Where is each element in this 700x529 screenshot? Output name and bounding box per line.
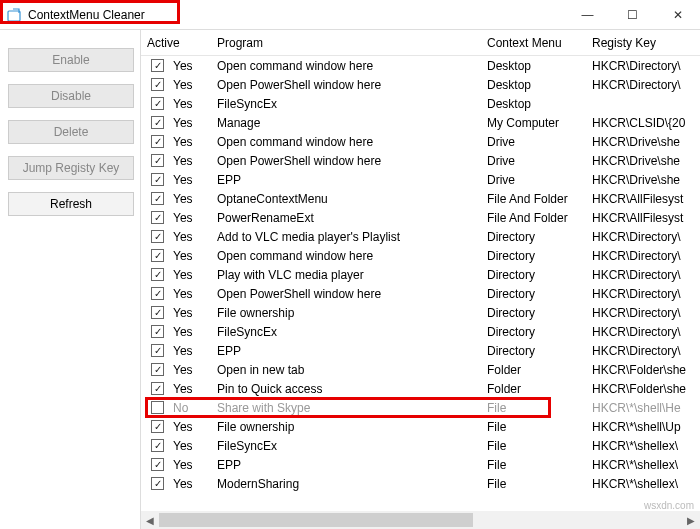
table-row[interactable]: YesOpen command window hereDirectoryHKCR… (141, 246, 700, 265)
active-value: Yes (173, 59, 193, 73)
row-checkbox[interactable] (151, 268, 164, 281)
active-value: Yes (173, 78, 193, 92)
cell-context: File (481, 458, 586, 472)
table-row[interactable]: YesManageMy ComputerHKCR\CLSID\{20 (141, 113, 700, 132)
row-checkbox[interactable] (151, 59, 164, 72)
window-controls: — ☐ ✕ (565, 0, 700, 30)
active-value: Yes (173, 97, 193, 111)
row-checkbox[interactable] (151, 192, 164, 205)
cell-context: My Computer (481, 116, 586, 130)
column-header-program[interactable]: Program (211, 36, 481, 50)
row-checkbox[interactable] (151, 211, 164, 224)
table-row[interactable]: YesAdd to VLC media player's PlaylistDir… (141, 227, 700, 246)
row-checkbox[interactable] (151, 78, 164, 91)
cell-program: Open command window here (211, 59, 481, 73)
table-row[interactable]: YesOpen command window hereDriveHKCR\Dri… (141, 132, 700, 151)
table-row[interactable]: Yes FileSyncExFileHKCR\*\shellex\ (141, 436, 700, 455)
table-row[interactable]: YesEPPFileHKCR\*\shellex\ (141, 455, 700, 474)
row-checkbox[interactable] (151, 97, 164, 110)
row-checkbox[interactable] (151, 382, 164, 395)
active-value: Yes (173, 211, 193, 225)
cell-program: EPP (211, 173, 481, 187)
close-button[interactable]: ✕ (655, 0, 700, 30)
cell-registry: HKCR\Folder\she (586, 363, 686, 377)
scroll-left-icon[interactable]: ◀ (141, 511, 159, 529)
maximize-button[interactable]: ☐ (610, 0, 655, 30)
row-checkbox[interactable] (151, 401, 164, 414)
refresh-button[interactable]: Refresh (8, 192, 134, 216)
row-checkbox[interactable] (151, 439, 164, 452)
cell-context: Drive (481, 135, 586, 149)
table-row[interactable]: YesOpen PowerShell window hereDesktopHKC… (141, 75, 700, 94)
cell-registry: HKCR\*\shellex\ (586, 439, 686, 453)
delete-button[interactable]: Delete (8, 120, 134, 144)
column-header-context[interactable]: Context Menu (481, 36, 586, 50)
row-checkbox[interactable] (151, 344, 164, 357)
cell-context: File (481, 401, 586, 415)
titlebar: ContextMenu Cleaner — ☐ ✕ (0, 0, 700, 30)
minimize-button[interactable]: — (565, 0, 610, 30)
row-checkbox[interactable] (151, 420, 164, 433)
scroll-thumb[interactable] (159, 513, 473, 527)
row-checkbox[interactable] (151, 287, 164, 300)
active-value: Yes (173, 135, 193, 149)
cell-context: Folder (481, 382, 586, 396)
table-row[interactable]: YesFile ownershipDirectoryHKCR\Directory… (141, 303, 700, 322)
row-checkbox[interactable] (151, 363, 164, 376)
table-row[interactable]: NoShare with SkypeFileHKCR\*\shell\He (141, 398, 700, 417)
cell-context: Drive (481, 154, 586, 168)
active-value: Yes (173, 173, 193, 187)
horizontal-scrollbar[interactable]: ◀ ▶ (141, 511, 700, 529)
watermark: wsxdn.com (644, 500, 694, 511)
table-row[interactable]: YesModernSharingFileHKCR\*\shellex\ (141, 474, 700, 493)
row-checkbox[interactable] (151, 306, 164, 319)
table-row[interactable]: YesOpen command window hereDesktopHKCR\D… (141, 56, 700, 75)
row-checkbox[interactable] (151, 116, 164, 129)
table-row[interactable]: YesEPPDriveHKCR\Drive\she (141, 170, 700, 189)
cell-active: Yes (141, 363, 211, 377)
table-row[interactable]: YesOpen PowerShell window hereDriveHKCR\… (141, 151, 700, 170)
cell-active: Yes (141, 211, 211, 225)
table-row[interactable]: YesPin to Quick accessFolderHKCR\Folder\… (141, 379, 700, 398)
jump-registry-key-button[interactable]: Jump Registy Key (8, 156, 134, 180)
cell-program: Open PowerShell window here (211, 78, 481, 92)
row-checkbox[interactable] (151, 458, 164, 471)
table-row[interactable]: YesPowerRenameExtFile And FolderHKCR\All… (141, 208, 700, 227)
row-checkbox[interactable] (151, 230, 164, 243)
row-checkbox[interactable] (151, 173, 164, 186)
table-row[interactable]: YesPlay with VLC media playerDirectoryHK… (141, 265, 700, 284)
table-row[interactable]: YesOpen PowerShell window hereDirectoryH… (141, 284, 700, 303)
row-checkbox[interactable] (151, 325, 164, 338)
cell-program: EPP (211, 458, 481, 472)
grid-rows: YesOpen command window hereDesktopHKCR\D… (141, 56, 700, 511)
scroll-right-icon[interactable]: ▶ (682, 511, 700, 529)
cell-program: Pin to Quick access (211, 382, 481, 396)
cell-program: FileSyncEx (211, 325, 481, 339)
cell-context: Desktop (481, 78, 586, 92)
row-checkbox[interactable] (151, 135, 164, 148)
enable-button[interactable]: Enable (8, 48, 134, 72)
table-row[interactable]: Yes FileSyncExDirectoryHKCR\Directory\ (141, 322, 700, 341)
disable-button[interactable]: Disable (8, 84, 134, 108)
row-checkbox[interactable] (151, 477, 164, 490)
cell-program: ModernSharing (211, 477, 481, 491)
scroll-track[interactable] (159, 511, 682, 529)
cell-registry: HKCR\*\shellex\ (586, 477, 686, 491)
active-value: Yes (173, 458, 193, 472)
cell-context: File (481, 420, 586, 434)
cell-active: Yes (141, 97, 211, 111)
row-checkbox[interactable] (151, 249, 164, 262)
table-row[interactable]: YesOptaneContextMenuFile And FolderHKCR\… (141, 189, 700, 208)
cell-context: Directory (481, 230, 586, 244)
table-row[interactable]: Yes FileSyncExDesktop (141, 94, 700, 113)
active-value: Yes (173, 420, 193, 434)
column-header-active[interactable]: Active (141, 36, 211, 50)
cell-registry: HKCR\*\shell\He (586, 401, 686, 415)
cell-context: Folder (481, 363, 586, 377)
column-header-registry[interactable]: Registy Key (586, 36, 686, 50)
table-row[interactable]: YesOpen in new tabFolderHKCR\Folder\she (141, 360, 700, 379)
table-row[interactable]: YesEPPDirectoryHKCR\Directory\ (141, 341, 700, 360)
row-checkbox[interactable] (151, 154, 164, 167)
cell-active: Yes (141, 78, 211, 92)
table-row[interactable]: YesFile ownershipFileHKCR\*\shell\Up (141, 417, 700, 436)
